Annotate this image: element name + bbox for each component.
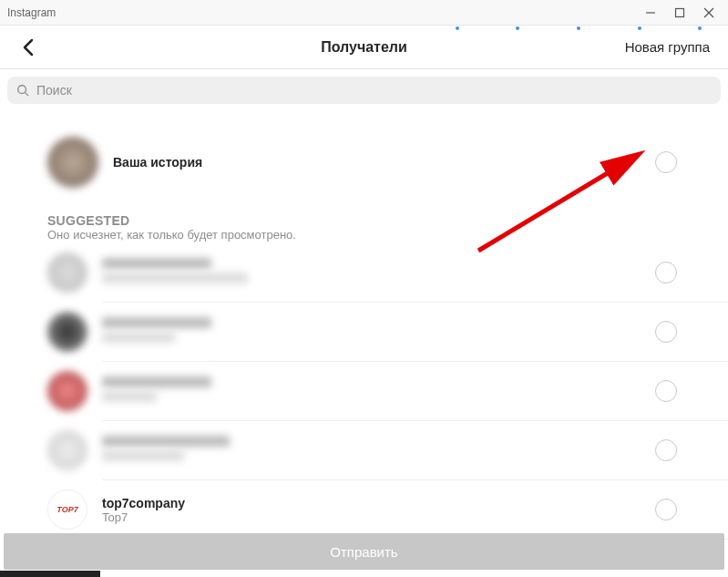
page-title: Получатели [321,39,407,56]
avatar: TOP7 [47,489,87,530]
recipient-name: top7company [102,496,185,510]
minimize-button[interactable] [644,6,657,19]
recipient-row[interactable] [0,243,728,302]
recipients-list: Ваша история SUGGESTED Оно исчезнет, как… [0,111,728,549]
select-radio[interactable] [655,262,677,283]
progress-indicator [0,571,100,577]
recipient-sub [102,273,248,283]
svg-line-5 [26,93,29,97]
your-story-label: Ваша история [113,155,202,170]
search-container [0,69,728,111]
maximize-button[interactable] [673,6,686,19]
recipient-row[interactable] [0,303,728,361]
avatar [47,312,87,352]
recipient-row[interactable]: TOP7 top7company Top7 [0,480,728,539]
select-radio[interactable] [655,151,677,173]
app-title: Instagram [7,6,644,19]
recipient-name [102,436,230,447]
avatar [47,137,98,188]
back-button[interactable] [18,36,40,58]
suggested-title: SUGGESTED [47,213,681,228]
recipient-row[interactable] [0,362,728,420]
recipient-sub: Top7 [102,510,185,524]
select-radio[interactable] [655,380,677,402]
page-header: Получатели Новая группа [0,26,728,69]
close-button[interactable] [702,6,715,19]
recipient-name [102,258,211,269]
svg-point-4 [18,86,26,94]
recipient-name [102,317,211,328]
select-radio[interactable] [655,321,677,343]
recipient-name [102,376,211,387]
your-story-row[interactable]: Ваша история [0,120,728,204]
recipient-sub [102,450,184,461]
recipient-sub [102,391,157,402]
send-button[interactable]: Отправить [4,533,724,570]
avatar [47,252,87,293]
recipient-sub [102,332,175,343]
search-bar[interactable] [7,77,721,104]
window-controls [644,6,721,19]
svg-rect-1 [676,8,684,16]
suggested-heading: SUGGESTED Оно исчезнет, как только будет… [0,204,728,243]
avatar [47,430,87,470]
select-radio[interactable] [655,439,677,461]
recipient-row[interactable] [0,421,728,479]
avatar [47,371,87,411]
select-radio[interactable] [655,499,677,520]
search-input[interactable] [36,83,712,98]
send-button-label: Отправить [330,544,397,560]
new-group-button[interactable]: Новая группа [625,39,710,55]
search-icon [16,84,29,97]
suggested-subtext: Оно исчезнет, как только будет просмотре… [47,228,681,242]
window-titlebar: Instagram [0,0,728,26]
